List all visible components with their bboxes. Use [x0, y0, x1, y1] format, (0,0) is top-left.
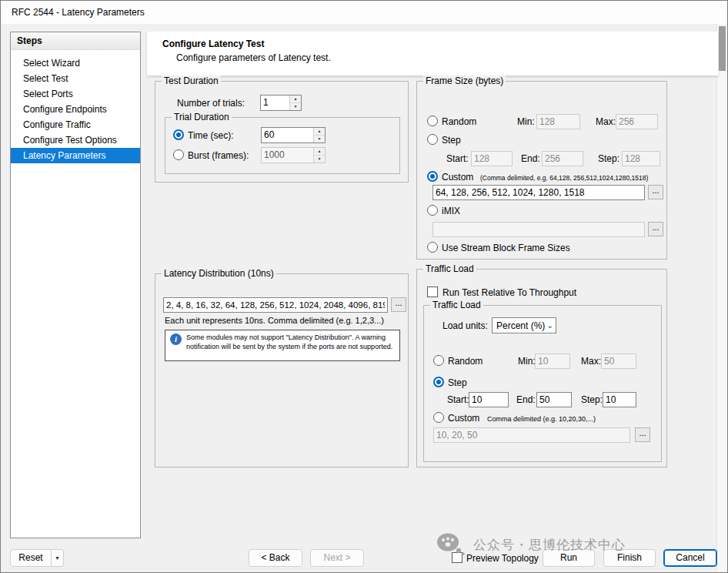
load-min-label: Min: [518, 356, 536, 367]
load-min-input[interactable] [535, 354, 570, 369]
spin-up-icon[interactable]: ▲ [314, 148, 325, 156]
spin-down-icon[interactable]: ▼ [290, 103, 301, 110]
traffic-load-inner-group: Traffic Load Load units: Percent (%) ⌄ R… [423, 305, 662, 462]
load-random-radio[interactable] [433, 355, 444, 366]
sidebar-item-configure-test-options[interactable]: Configure Test Options [11, 132, 140, 148]
run-button[interactable]: Run [543, 549, 595, 567]
framesize-imix-browse-button[interactable]: ... [648, 222, 663, 236]
reset-dropdown-icon[interactable]: ▼ [52, 549, 64, 567]
framesize-min-label: Min: [517, 116, 535, 127]
latency-distribution-hint: Each unit represents 10ns. Comma delimit… [165, 316, 384, 325]
preview-topology-label: Preview Topology [466, 553, 539, 564]
spin-down-icon[interactable]: ▼ [314, 136, 325, 142]
framesize-streamblock-radio[interactable] [427, 242, 438, 253]
spin-up-icon[interactable]: ▲ [314, 128, 325, 136]
framesize-stepsize-label: Step: [598, 153, 619, 164]
test-duration-title: Test Duration [162, 75, 221, 86]
load-max-input[interactable] [601, 354, 636, 369]
framesize-max-label: Max: [596, 116, 616, 127]
latency-distribution-group: Latency Distribution (10ns) ... Each uni… [155, 273, 409, 467]
cancel-button[interactable]: Cancel [663, 549, 717, 567]
time-spinner[interactable]: 60 ▲ ▼ [261, 127, 326, 143]
latency-warning-box: i Some modules may not support "Latency … [165, 330, 400, 361]
spin-up-icon[interactable]: ▲ [290, 96, 301, 103]
framesize-step-radio[interactable] [427, 134, 438, 145]
framesize-custom-input[interactable] [432, 185, 645, 200]
run-relative-throughput-label: Run Test Relative To Throughput [442, 287, 576, 298]
time-value[interactable]: 60 [262, 128, 313, 142]
test-duration-group: Test Duration Number of trials: 1 ▲ ▼ Tr… [155, 81, 409, 183]
traffic-load-group: Traffic Load Run Test Relative To Throug… [416, 269, 667, 467]
info-icon: i [170, 333, 182, 345]
framesize-max-input[interactable] [616, 114, 658, 129]
number-of-trials-label: Number of trials: [177, 98, 245, 109]
framesize-streamblock-label: Use Stream Block Frame Sizes [442, 243, 570, 253]
time-radio[interactable] [173, 129, 184, 140]
titlebar: RFC 2544 - Latency Parameters [1, 1, 727, 24]
load-stepsize-input[interactable] [603, 392, 636, 407]
sidebar-item-configure-endpoints[interactable]: Configure Endpoints [11, 102, 140, 117]
steps-header: Steps [11, 32, 140, 50]
latency-distribution-title: Latency Distribution (10ns) [162, 268, 276, 279]
next-button[interactable]: Next > [310, 549, 364, 567]
latency-distribution-input[interactable] [163, 297, 388, 313]
load-max-label: Max: [581, 356, 601, 367]
back-button[interactable]: < Back [249, 549, 302, 567]
framesize-min-input[interactable] [536, 114, 580, 129]
framesize-custom-radio[interactable] [427, 171, 438, 182]
framesize-imix-input[interactable] [432, 222, 645, 237]
reset-split-button: Reset ▼ [10, 549, 64, 567]
sidebar-item-select-ports[interactable]: Select Ports [11, 86, 140, 102]
finish-button[interactable]: Finish [603, 549, 656, 567]
trials-spinner[interactable]: 1 ▲ ▼ [260, 95, 302, 111]
framesize-start-input[interactable] [471, 151, 513, 166]
load-custom-label: Custom [448, 413, 479, 424]
steps-panel: Steps Select Wizard Select Test Select P… [10, 32, 141, 538]
load-custom-browse-button[interactable]: ... [635, 427, 650, 442]
trials-value[interactable]: 1 [261, 96, 289, 110]
load-stepsize-label: Step: [581, 394, 603, 405]
window-title: RFC 2544 - Latency Parameters [12, 7, 145, 18]
burst-label: Burst (frames): [188, 150, 249, 161]
trial-duration-group: Trial Duration Time (sec): 60 ▲ ▼ Burst … [165, 117, 400, 174]
burst-radio[interactable] [173, 149, 184, 160]
vertical-scrollbar[interactable] [716, 24, 727, 572]
sidebar-item-latency-parameters[interactable]: Latency Parameters [11, 148, 140, 163]
spin-down-icon[interactable]: ▼ [314, 156, 325, 163]
framesize-stepsize-input[interactable] [622, 151, 660, 166]
rfc2544-wizard-window: { "window": { "title": "RFC 2544 - Laten… [0, 0, 728, 573]
framesize-custom-hint: (Comma delimited, e.g. 64,128, 256,512,1… [480, 174, 648, 182]
load-custom-input[interactable] [433, 427, 630, 443]
framesize-custom-browse-button[interactable]: ... [648, 185, 663, 199]
sidebar-item-select-wizard[interactable]: Select Wizard [11, 55, 140, 71]
framesize-imix-label: iMIX [442, 206, 460, 216]
load-step-radio[interactable] [433, 377, 444, 387]
load-end-input[interactable] [536, 392, 572, 407]
latency-distribution-browse-button[interactable]: ... [391, 297, 406, 312]
framesize-imix-radio[interactable] [427, 205, 438, 216]
preview-topology-checkbox[interactable] [452, 552, 463, 563]
reset-button[interactable]: Reset [10, 549, 52, 567]
load-units-select[interactable]: Percent (%) ⌄ [492, 317, 556, 333]
load-custom-hint: Comma delimited (e.g. 10,20,30,...) [487, 415, 596, 423]
scrollbar-thumb[interactable] [719, 26, 726, 71]
framesize-start-label: Start: [446, 153, 469, 164]
burst-spinner[interactable]: 1000 ▲ ▼ [261, 147, 326, 163]
run-relative-throughput-checkbox[interactable] [427, 286, 438, 297]
sidebar-item-configure-traffic[interactable]: Configure Traffic [11, 117, 140, 132]
frame-size-group: Frame Size (bytes) Random Min: Max: Step… [416, 81, 667, 260]
load-random-label: Random [448, 356, 483, 367]
framesize-end-input[interactable] [542, 151, 583, 166]
burst-value[interactable]: 1000 [262, 148, 313, 163]
steps-list: Select Wizard Select Test Select Ports C… [11, 50, 140, 163]
time-label: Time (sec): [188, 130, 234, 141]
framesize-random-radio[interactable] [427, 116, 438, 126]
framesize-custom-label: Custom [442, 172, 473, 183]
load-start-input[interactable] [469, 392, 509, 407]
page-header: Configure Latency Test Configure paramet… [147, 32, 718, 75]
load-custom-radio[interactable] [433, 412, 444, 423]
traffic-load-title: Traffic Load [423, 263, 476, 274]
chevron-down-icon: ⌄ [547, 321, 553, 330]
framesize-end-label: End: [521, 153, 540, 164]
sidebar-item-select-test[interactable]: Select Test [11, 71, 140, 86]
